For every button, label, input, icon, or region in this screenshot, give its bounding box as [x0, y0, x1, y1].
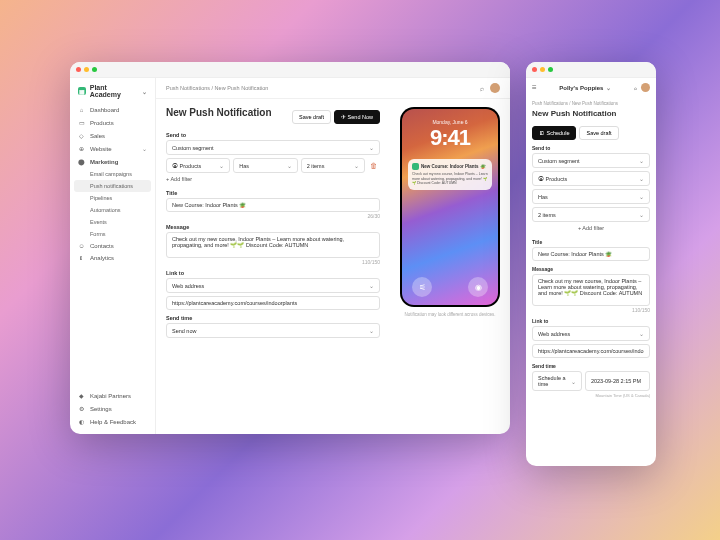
- send-time-select[interactable]: Send now: [166, 323, 380, 338]
- filter-attr-select[interactable]: ⦿ Products: [532, 171, 650, 186]
- home-icon: ⌂: [78, 107, 85, 113]
- globe-icon: ⊕: [78, 145, 85, 152]
- schedule-button[interactable]: 🗓 Schedule: [532, 126, 576, 140]
- filter-op-select[interactable]: Has: [233, 158, 297, 173]
- message-textarea[interactable]: Check out my new course, Indoor Plants –…: [532, 274, 650, 306]
- link-label: Link to: [166, 270, 380, 276]
- link-type-select[interactable]: Web address: [166, 278, 380, 293]
- add-filter-button[interactable]: + Add filter: [532, 222, 650, 234]
- brand-switcher[interactable]: Polly's Poppies ⌄: [559, 84, 611, 91]
- nav-marketing[interactable]: ⬤Marketing: [70, 155, 155, 168]
- link-url-input[interactable]: https://plantcareacademy.com/courses/ind…: [532, 344, 650, 358]
- brand-name: Polly's Poppies: [559, 85, 603, 91]
- message-counter: 110/150: [532, 307, 650, 313]
- message-label: Message: [166, 224, 380, 230]
- title-input[interactable]: New Course: Indoor Plants 🪴: [166, 198, 380, 212]
- nav-events[interactable]: Events: [70, 216, 155, 228]
- send-time-mode-select[interactable]: Schedule a time: [532, 371, 582, 391]
- title-counter: 26/30: [166, 213, 380, 219]
- page-title: New Push Notification: [532, 109, 650, 118]
- nav-partners[interactable]: ◆Kajabi Partners: [70, 389, 155, 402]
- brand-name: Plant Academy: [90, 84, 138, 98]
- main: Push Notifications / New Push Notificati…: [156, 78, 510, 434]
- nav-forms[interactable]: Forms: [70, 228, 155, 240]
- send-time-label: Send time: [532, 363, 650, 369]
- app-window-narrow: ≡ Polly's Poppies ⌄ ⌕ Push Notifications…: [526, 62, 656, 466]
- message-label: Message: [532, 266, 650, 272]
- link-url-input[interactable]: https://plantcareacademy.com/courses/ind…: [166, 296, 380, 310]
- send-time-datetime[interactable]: 2023-09-28 2:15 PM: [585, 371, 650, 391]
- title-input[interactable]: New Course: Indoor Plants 🪴: [532, 247, 650, 261]
- nav-analytics[interactable]: ⫾Analytics: [70, 252, 155, 264]
- nav-push-notifications[interactable]: Push notifications: [74, 180, 151, 192]
- phone-date: Monday, June 6: [402, 109, 498, 125]
- search-icon[interactable]: ⌕: [634, 85, 637, 91]
- camera-icon: ◉: [468, 277, 488, 297]
- notif-body: Check out my new course, Indoor Plants –…: [412, 172, 488, 186]
- chevron-down-icon: ⌄: [142, 88, 147, 95]
- breadcrumb[interactable]: Push Notifications / New Push Notificati…: [166, 85, 268, 91]
- message-textarea[interactable]: Check out my new course, Indoor Plants –…: [166, 232, 380, 258]
- gear-icon: ⚙: [78, 405, 85, 412]
- brand-switcher[interactable]: ▦ Plant Academy ⌄: [70, 84, 155, 104]
- title-label: Title: [166, 190, 380, 196]
- send-to-label: Send to: [532, 145, 650, 151]
- megaphone-icon: ⬤: [78, 158, 85, 165]
- menu-icon[interactable]: ≡: [532, 83, 537, 92]
- nav-dashboard[interactable]: ⌂Dashboard: [70, 104, 155, 116]
- avatar[interactable]: [490, 83, 500, 93]
- add-filter-button[interactable]: + Add filter: [166, 173, 380, 185]
- filter-val-select[interactable]: 2 items: [301, 158, 365, 173]
- filter-attr-select[interactable]: ⦿ Products: [166, 158, 230, 173]
- send-time-label: Send time: [166, 315, 380, 321]
- page-title: New Push Notification: [166, 107, 272, 118]
- link-label: Link to: [532, 318, 650, 324]
- notification-preview: New Course: Indoor Plants 🪴 Check out my…: [408, 159, 492, 190]
- help-icon: ◐: [78, 418, 85, 425]
- nav-contacts[interactable]: ☺Contacts: [70, 240, 155, 252]
- breadcrumb[interactable]: Push Notifications / New Push Notificati…: [532, 101, 650, 106]
- tag-icon: ◇: [78, 132, 85, 139]
- close-dot[interactable]: [76, 67, 81, 72]
- nav-sales[interactable]: ◇Sales: [70, 129, 155, 142]
- send-now-button[interactable]: ✈ Send Now: [334, 110, 380, 124]
- max-dot[interactable]: [92, 67, 97, 72]
- sidebar: ▦ Plant Academy ⌄ ⌂Dashboard ▭Products ◇…: [70, 78, 156, 434]
- nav-help[interactable]: ◐Help & Feedback: [70, 415, 155, 428]
- save-draft-button[interactable]: Save draft: [292, 110, 331, 124]
- delete-filter-button[interactable]: 🗑: [368, 159, 380, 173]
- preview-caption: Notification may look different across d…: [404, 312, 495, 317]
- app-icon: [412, 163, 419, 170]
- box-icon: ▭: [78, 119, 85, 126]
- window-chrome: [526, 62, 656, 78]
- nav-automations[interactable]: Automations: [70, 204, 155, 216]
- save-draft-button[interactable]: Save draft: [579, 126, 618, 140]
- user-icon: ☺: [78, 243, 85, 249]
- nav-pipelines[interactable]: Pipelines: [70, 192, 155, 204]
- nav-products[interactable]: ▭Products: [70, 116, 155, 129]
- nav-settings[interactable]: ⚙Settings: [70, 402, 155, 415]
- nav-website[interactable]: ⊕Website⌄: [70, 142, 155, 155]
- partner-icon: ◆: [78, 392, 85, 399]
- chevron-down-icon: ⌄: [142, 145, 147, 152]
- nav-email-campaigns[interactable]: Email campaigns: [70, 168, 155, 180]
- filter-val-select[interactable]: 2 items: [532, 207, 650, 222]
- link-type-select[interactable]: Web address: [532, 326, 650, 341]
- app-window-wide: ▦ Plant Academy ⌄ ⌂Dashboard ▭Products ◇…: [70, 62, 510, 434]
- search-icon[interactable]: ⌕: [480, 85, 484, 92]
- segment-select[interactable]: Custom segment: [532, 153, 650, 168]
- window-chrome: [70, 62, 510, 78]
- max-dot[interactable]: [548, 67, 553, 72]
- title-label: Title: [532, 239, 650, 245]
- chart-icon: ⫾: [78, 255, 85, 261]
- filter-op-select[interactable]: Has: [532, 189, 650, 204]
- flashlight-icon: ⚟: [412, 277, 432, 297]
- avatar[interactable]: [641, 83, 650, 92]
- min-dot[interactable]: [540, 67, 545, 72]
- min-dot[interactable]: [84, 67, 89, 72]
- chevron-down-icon: ⌄: [606, 84, 611, 91]
- segment-select[interactable]: Custom segment: [166, 140, 380, 155]
- message-counter: 110/150: [166, 259, 380, 265]
- notif-title: New Course: Indoor Plants 🪴: [421, 164, 486, 169]
- close-dot[interactable]: [532, 67, 537, 72]
